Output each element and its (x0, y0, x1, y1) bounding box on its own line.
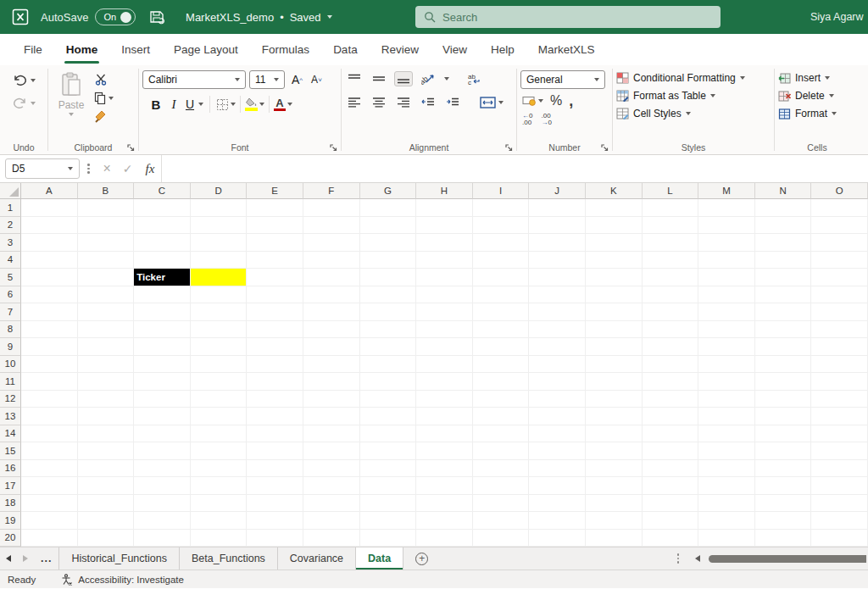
cell-H12[interactable] (416, 391, 473, 408)
cell-C5[interactable]: Ticker (134, 269, 191, 286)
comma-style-button[interactable]: , (569, 97, 573, 106)
row-header-2[interactable]: 2 (0, 217, 21, 235)
cell-F7[interactable] (303, 303, 360, 321)
cell-J12[interactable] (529, 391, 586, 408)
cell-N12[interactable] (755, 391, 812, 408)
cell-B3[interactable] (78, 234, 135, 252)
cut-button[interactable] (94, 74, 114, 86)
cell-K19[interactable] (586, 512, 643, 530)
cell-K17[interactable] (586, 477, 643, 495)
cell-C19[interactable] (134, 512, 191, 530)
cell-F2[interactable] (303, 217, 360, 235)
cell-G16[interactable] (360, 460, 417, 478)
cell-H16[interactable] (416, 460, 473, 478)
cell-B16[interactable] (78, 460, 135, 478)
cell-J7[interactable] (529, 303, 586, 321)
horizontal-scrollbar[interactable] (709, 547, 866, 570)
row-header-5[interactable]: 5 (0, 269, 21, 286)
autosave-toggle[interactable]: On (95, 8, 136, 25)
column-header-J[interactable]: J (529, 183, 586, 199)
decrease-font-size-button[interactable]: A˅ (309, 74, 324, 86)
cell-J18[interactable] (529, 495, 586, 513)
cell-J9[interactable] (529, 338, 586, 356)
formula-input[interactable] (161, 155, 868, 182)
cell-G19[interactable] (360, 512, 417, 530)
cell-D9[interactable] (191, 338, 248, 356)
hscroll-left-icon[interactable] (693, 555, 702, 562)
cell-N14[interactable] (755, 425, 812, 443)
cell-A7[interactable] (21, 303, 78, 321)
select-all-corner[interactable] (0, 183, 21, 199)
sheet-tab-beta_functions[interactable]: Beta_Functions (180, 547, 278, 570)
cell-M12[interactable] (698, 391, 755, 408)
cell-C6[interactable] (134, 286, 191, 304)
cell-L20[interactable] (643, 530, 699, 547)
cell-F19[interactable] (303, 512, 360, 530)
middle-align-button[interactable] (370, 71, 388, 86)
cell-E20[interactable] (247, 530, 303, 547)
column-header-F[interactable]: F (303, 183, 360, 199)
cell-O13[interactable] (811, 408, 868, 425)
cell-I9[interactable] (473, 338, 530, 356)
row-header-4[interactable]: 4 (0, 252, 21, 269)
new-sheet-button[interactable]: + (415, 547, 428, 570)
ribbon-tab-marketxls[interactable]: MarketXLS (528, 34, 605, 65)
cell-M1[interactable] (698, 199, 755, 217)
align-right-button[interactable] (394, 95, 413, 110)
undo-dropdown-icon[interactable] (31, 79, 36, 82)
cell-K7[interactable] (586, 303, 643, 321)
cell-G13[interactable] (360, 408, 417, 425)
cell-A6[interactable] (21, 286, 78, 304)
cell-D19[interactable] (191, 512, 248, 530)
cell-C10[interactable] (134, 356, 191, 374)
cell-I20[interactable] (473, 530, 530, 547)
cell-O10[interactable] (811, 356, 868, 374)
cell-H1[interactable] (416, 199, 473, 217)
cell-F9[interactable] (303, 338, 360, 356)
cell-K16[interactable] (586, 460, 643, 478)
cell-N5[interactable] (755, 269, 812, 286)
cell-K5[interactable] (586, 269, 643, 286)
conditional-formatting-button[interactable]: Conditional Formatting (616, 72, 771, 84)
cell-D20[interactable] (191, 530, 248, 547)
column-header-I[interactable]: I (473, 183, 530, 199)
decrease-decimal-button[interactable]: .00→0 (541, 113, 551, 127)
cell-E15[interactable] (247, 442, 303, 460)
cell-O7[interactable] (811, 303, 868, 321)
cell-M14[interactable] (698, 425, 755, 443)
cell-N15[interactable] (755, 442, 812, 460)
ribbon-tab-file[interactable]: File (14, 34, 53, 65)
cell-E4[interactable] (247, 252, 303, 269)
cell-D6[interactable] (191, 286, 248, 304)
cell-H9[interactable] (416, 338, 473, 356)
cell-J5[interactable] (529, 269, 586, 286)
cell-J4[interactable] (529, 252, 586, 269)
cell-D7[interactable] (191, 303, 248, 321)
cell-H4[interactable] (416, 252, 473, 269)
cell-A5[interactable] (21, 269, 78, 286)
cell-C20[interactable] (134, 530, 191, 547)
cell-H13[interactable] (416, 408, 473, 425)
cell-A15[interactable] (21, 442, 78, 460)
cell-L10[interactable] (643, 356, 699, 374)
cell-A16[interactable] (21, 460, 78, 478)
column-header-L[interactable]: L (643, 183, 699, 199)
cell-L1[interactable] (643, 199, 699, 217)
cell-C1[interactable] (134, 199, 191, 217)
cell-F6[interactable] (303, 286, 360, 304)
cell-M16[interactable] (698, 460, 755, 478)
alignment-dialog-launcher-icon[interactable] (505, 144, 513, 152)
cell-G17[interactable] (360, 477, 417, 495)
row-header-15[interactable]: 15 (0, 442, 21, 460)
cell-B15[interactable] (78, 442, 135, 460)
format-painter-button[interactable] (94, 110, 114, 123)
increase-font-size-button[interactable]: A^ (288, 73, 306, 86)
font-dialog-launcher-icon[interactable] (330, 144, 337, 152)
cell-L3[interactable] (643, 234, 699, 252)
cell-H2[interactable] (416, 217, 473, 235)
cell-J15[interactable] (529, 442, 586, 460)
cell-L18[interactable] (643, 495, 699, 513)
ribbon-tab-home[interactable]: Home (56, 34, 108, 65)
ribbon-tab-data[interactable]: Data (323, 34, 368, 65)
accessibility-status[interactable]: Accessibility: Investigate (78, 575, 184, 585)
